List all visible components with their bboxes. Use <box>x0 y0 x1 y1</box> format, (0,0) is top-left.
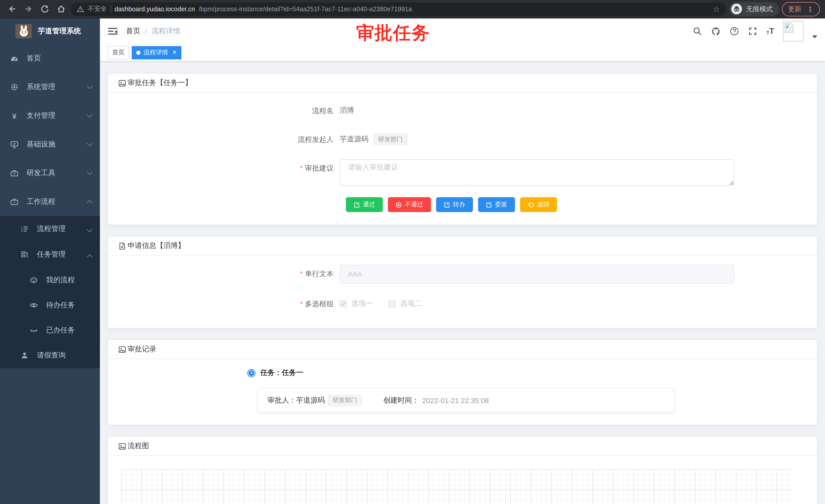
avatar-caret-icon[interactable] <box>812 35 817 38</box>
checkbox-option-1[interactable]: 选项一 <box>340 299 373 308</box>
sidebar-item-label: 任务管理 <box>37 250 66 259</box>
list-icon <box>20 225 29 233</box>
sidebar-item-workflow[interactable]: 工作流程 <box>0 187 100 216</box>
sidebar-item-devtools[interactable]: 研发工具 <box>0 159 100 187</box>
sidebar-item-label: 请假查询 <box>37 351 66 360</box>
chevron-down-icon <box>87 169 93 175</box>
suggest-label: *审批建议 <box>119 159 340 186</box>
sidebar-item-payment[interactable]: ¥ 支付管理 <box>0 101 100 130</box>
tab-close-icon[interactable]: ✕ <box>172 50 177 55</box>
required-asterisk: * <box>300 300 303 308</box>
clock-icon <box>247 368 256 377</box>
search-icon[interactable] <box>692 26 702 36</box>
approver-value: 芋道源码 <box>296 396 325 405</box>
sidebar-item-label: 我的流程 <box>46 275 75 284</box>
chevron-down-icon <box>87 227 93 233</box>
breadcrumb-home[interactable]: 首页 <box>126 27 140 36</box>
delegate-button[interactable]: 委派 <box>478 197 515 212</box>
sidebar-item-my-process[interactable]: 我的流程 <box>0 267 100 292</box>
breadcrumb: 首页 / 流程详情 <box>126 27 180 36</box>
forward-icon[interactable] <box>21 2 35 16</box>
avatar[interactable] <box>783 21 804 41</box>
sidebar-item-label: 首页 <box>27 54 41 63</box>
initiator-row: 流程发起人 芋道源码 研发部门 <box>119 131 807 148</box>
dept-tag: 研发部门 <box>374 134 407 145</box>
single-text-row: *单行文本 AAA <box>119 265 807 284</box>
chevron-down-icon <box>87 83 93 89</box>
github-icon[interactable] <box>711 26 721 36</box>
home-icon[interactable] <box>54 2 68 16</box>
back-icon[interactable] <box>5 2 18 16</box>
initiator-value: 芋道源码 <box>340 135 368 144</box>
checkbox-option-2[interactable]: 选项二 <box>388 299 422 308</box>
sidebar-item-system[interactable]: 系统管理 <box>0 73 100 101</box>
sidebar-item-label: 基础设施 <box>27 140 55 149</box>
eye-icon <box>30 301 38 309</box>
approval-task-card: 审批任务【任务一】 流程名 滔博 流程发起人 芋道源码 研发部门 <box>107 73 817 225</box>
annotation-text: 审批任务 <box>356 21 430 45</box>
breadcrumb-separator: / <box>145 27 147 35</box>
approve-button[interactable]: 通过 <box>346 197 383 212</box>
app-logo-row: 芋道管理系统 <box>0 18 100 44</box>
not-secure-warning-icon <box>77 5 84 12</box>
sidebar-item-done-tasks[interactable]: 已办任务 <box>0 318 100 343</box>
user-icon <box>20 351 29 359</box>
task-record: 审批人： 芋道源码 研发部门 创建时间： 2022-01-21 22:35:08 <box>258 388 674 412</box>
browser-toolbar: 不安全 dashboard.yudao.iocoder.cn /bpm/proc… <box>0 0 825 18</box>
picture-icon <box>119 79 126 87</box>
update-button[interactable]: 更新 ⋮ <box>782 2 820 16</box>
breadcrumb-current: 流程详情 <box>152 27 180 36</box>
dashboard-icon <box>10 54 18 63</box>
required-asterisk: * <box>300 269 303 278</box>
checkbox-icon <box>388 300 395 307</box>
tab-label: 流程详情 <box>144 48 168 57</box>
transfer-button[interactable]: 转办 <box>436 197 473 212</box>
security-label: 不安全 <box>88 5 107 13</box>
card-header: 审批任务【任务一】 <box>108 74 817 93</box>
card-title: 申请信息【滔博】 <box>128 241 185 250</box>
sidebar-item-home[interactable]: 首页 <box>0 44 100 73</box>
toolbox-icon <box>10 169 18 177</box>
document-icon <box>119 242 126 250</box>
chevron-up-icon <box>87 200 93 206</box>
approval-record-card: 审批记录 任务：任务一 审批人： 芋道源码 研发部门 <box>107 340 817 425</box>
single-text-input[interactable]: AAA <box>340 265 734 284</box>
page-content: 审批任务【任务一】 流程名 滔博 流程发起人 芋道源码 研发部门 <box>100 62 825 504</box>
workflow-submenu: 流程管理 任务管理 我的流程 待办任务 已办 <box>0 216 100 368</box>
approval-timeline: 任务：任务一 审批人： 芋道源码 研发部门 创建时间： 2022-01-21 2… <box>119 368 807 412</box>
process-name-label: 流程名 <box>119 102 340 119</box>
help-icon[interactable] <box>730 26 739 36</box>
sidebar-item-process-mgmt[interactable]: 流程管理 <box>0 216 100 242</box>
checkbox-group-label: *多选框组 <box>119 295 340 313</box>
bookmark-star-icon[interactable]: ☆ <box>713 4 720 14</box>
app-title: 芋道管理系统 <box>38 27 81 36</box>
tab-process-detail[interactable]: 流程详情 ✕ <box>132 46 181 59</box>
incognito-badge: 无痕模式 <box>729 2 779 16</box>
org-icon <box>20 250 29 259</box>
font-size-icon[interactable]: TT <box>766 27 774 35</box>
suggest-textarea[interactable] <box>340 159 734 186</box>
gear-icon <box>10 83 18 91</box>
reload-icon[interactable] <box>38 2 51 16</box>
fullscreen-icon[interactable] <box>748 26 758 36</box>
edit-icon <box>444 201 450 208</box>
sidebar-toggle-icon[interactable] <box>107 26 118 36</box>
app-logo <box>15 24 32 38</box>
sidebar-item-todo-tasks[interactable]: 待办任务 <box>0 292 100 318</box>
sidebar-item-label: 已办任务 <box>46 326 75 335</box>
reject-button[interactable]: 不通过 <box>388 197 431 212</box>
rotate-left-icon <box>528 201 534 208</box>
bpmn-canvas[interactable] <box>121 469 792 504</box>
tab-home[interactable]: 首页 <box>107 46 129 59</box>
application-info-card: 申请信息【滔博】 *单行文本 AAA *多选框组 <box>107 236 817 328</box>
return-button[interactable]: 退回 <box>520 197 557 212</box>
sidebar-item-label: 支付管理 <box>27 111 55 120</box>
sidebar-item-infrastructure[interactable]: 基础设施 <box>0 130 100 159</box>
sidebar-item-task-mgmt[interactable]: 任务管理 <box>0 242 100 267</box>
url-bar[interactable]: 不安全 dashboard.yudao.iocoder.cn /bpm/proc… <box>71 2 726 16</box>
update-label: 更新 <box>788 4 802 14</box>
active-tab-dot <box>136 51 140 55</box>
face-icon <box>30 276 38 284</box>
sidebar-item-leave-query[interactable]: 请假查询 <box>0 343 100 368</box>
browser-menu-icon[interactable]: ⋮ <box>807 5 814 12</box>
